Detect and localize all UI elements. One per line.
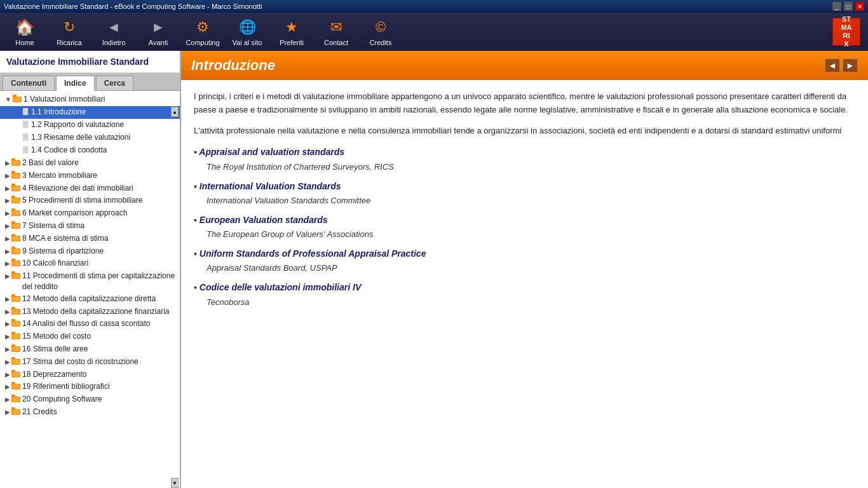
toc-item[interactable]: ▶13 Metodo della capitalizzazione finanz…	[0, 306, 180, 318]
toc-item[interactable]: ▶18 Deprezzamento	[0, 369, 180, 381]
toc-item-label: 18 Deprezzamento	[22, 369, 86, 380]
nav-prev-button[interactable]: ◄	[825, 58, 840, 72]
toc-item[interactable]: 1.4 Codice di condotta	[0, 144, 180, 157]
close-button[interactable]: ✕	[855, 2, 864, 11]
folder-icon	[11, 370, 20, 381]
computing-button[interactable]: ⚙ Computing	[180, 14, 225, 50]
expand-icon[interactable]: ▶	[5, 234, 10, 243]
svg-rect-68	[11, 370, 15, 372]
toc-item[interactable]: ▶20 Computing Software	[0, 393, 180, 406]
expand-icon[interactable]: ▶	[5, 159, 10, 168]
expand-icon[interactable]: ▶	[5, 172, 10, 180]
toc-item[interactable]: ▶21 Credits	[0, 406, 180, 419]
standard-3: European Valuation standards The Europea…	[194, 213, 855, 241]
toc-item[interactable]: ▶14 Analisi del flusso di cassa scontato	[0, 318, 180, 330]
toc-item[interactable]: ▶7 Sistema di stima	[0, 220, 180, 233]
folder-icon	[11, 357, 20, 368]
toc-item[interactable]: ▶6 Market comparison approach	[0, 207, 180, 220]
left-panel: ▲ Valutazione Immobiliare Standard Conte…	[0, 51, 181, 488]
nav-next-button[interactable]: ►	[843, 58, 858, 72]
expand-icon[interactable]: ▶	[5, 209, 10, 218]
toc-item[interactable]: ▶3 Mercato immobiliare	[0, 170, 180, 182]
mail-icon: ✉	[326, 17, 346, 37]
toc-item-label: 6 Market comparison approach	[22, 208, 127, 219]
ricarica-button[interactable]: ↻ Ricarica	[47, 14, 92, 50]
svg-rect-59	[11, 332, 15, 334]
expand-icon[interactable]: ▶	[5, 247, 10, 256]
expand-icon[interactable]: ▶	[5, 295, 10, 304]
expand-icon[interactable]: ▶	[5, 184, 10, 193]
main-layout: ▲ Valutazione Immobiliare Standard Conte…	[0, 51, 868, 488]
expand-icon[interactable]: ▶	[5, 383, 10, 391]
toc-item-label: 8 MCA e sistema di stima	[22, 233, 108, 244]
home-button[interactable]: 🏠 Home	[3, 14, 47, 50]
toc-item[interactable]: ▶17 Stima del costo di ricostruzione	[0, 356, 180, 369]
expand-icon[interactable]: ▼	[5, 95, 11, 104]
tab-bar: Contenuti Indice Cerca	[0, 73, 180, 91]
standard-5-sub: Tecnoborsa	[194, 296, 855, 309]
indietro-button[interactable]: ◄ Indietro	[92, 14, 136, 50]
toc-item[interactable]: ▶5 Procedimenti di stima immobiliare	[0, 194, 180, 207]
toc-item-label: 1 Valutazioni immobiliari	[24, 94, 105, 105]
tab-cerca[interactable]: Cerca	[96, 76, 133, 90]
toc-item[interactable]: ▶11 Procedimenti di stima per capitalizz…	[0, 270, 180, 293]
standard-2: International Valuation Standards Intern…	[194, 179, 855, 208]
svg-rect-51	[12, 297, 20, 301]
expand-icon[interactable]: ▶	[5, 222, 10, 231]
vai-al-sito-button[interactable]: 🌐 Vai al sito	[225, 14, 269, 50]
contact-button[interactable]: ✉ Contact	[314, 14, 358, 50]
toc-item[interactable]: ▶16 Stima delle aree	[0, 343, 180, 356]
toc-item[interactable]: 1.1 Introduzione	[0, 106, 180, 119]
toc-item[interactable]: 1.2 Rapporto di valutazione	[0, 119, 180, 132]
toc-scroll-up[interactable]: ▲	[171, 107, 179, 117]
content-body[interactable]: I principi, i criteri e i metodi di valu…	[181, 80, 868, 488]
expand-icon[interactable]: ▶	[5, 320, 10, 329]
folder-icon	[11, 395, 20, 405]
toc-item-label: 1.4 Codice di condotta	[31, 145, 107, 156]
expand-icon[interactable]: ▶	[5, 332, 10, 341]
panel-title: Valutazione Immobiliare Standard	[0, 51, 180, 73]
toc-item[interactable]: ▶10 Calcoli finanziari	[0, 257, 180, 270]
minimize-button[interactable]: _	[832, 2, 841, 11]
ricarica-label: Ricarica	[57, 39, 82, 46]
standard-4: Uniform Standards of Professional Apprai…	[194, 247, 855, 275]
toc-container[interactable]: ▼1 Valutazioni immobiliari1.1 Introduzio…	[0, 91, 180, 488]
toc-scroll-down[interactable]: ▼	[171, 478, 179, 488]
expand-icon[interactable]: ▶	[5, 272, 10, 281]
tab-contenuti[interactable]: Contenuti	[3, 76, 55, 90]
expand-icon[interactable]: ▶	[5, 395, 10, 404]
tab-indice[interactable]: Indice	[56, 76, 95, 91]
avanti-button[interactable]: ► Avanti	[136, 14, 180, 50]
toc-item-label: 15 Metodo del costo	[22, 331, 91, 342]
toc-item[interactable]: ▶15 Metodo del costo	[0, 330, 180, 343]
svg-rect-69	[12, 372, 20, 377]
window-controls[interactable]: _ □ ✕	[832, 2, 864, 11]
toc-item[interactable]: ▶8 MCA e sistema di stima	[0, 233, 180, 245]
toc-item[interactable]: ▶2 Basi del valore	[0, 157, 180, 170]
intro-paragraph-2: L'attività professionale nella valutazio…	[194, 125, 855, 138]
expand-icon[interactable]: ▶	[5, 370, 10, 379]
svg-rect-60	[12, 334, 20, 339]
content-header: Introduzione ◄ ►	[181, 51, 868, 80]
expand-icon[interactable]: ▶	[5, 345, 10, 354]
expand-icon[interactable]: ▶	[5, 308, 10, 316]
standard-4-title: Uniform Standards of Professional Apprai…	[194, 247, 855, 261]
toc-item[interactable]: ▼1 Valutazioni immobiliari	[0, 93, 180, 106]
toc-item[interactable]: ▶19 Riferimenti bibliografici	[0, 381, 180, 393]
expand-icon[interactable]: ▶	[5, 358, 10, 367]
maximize-button[interactable]: □	[844, 2, 853, 11]
toc-item[interactable]: 1.3 Riesame delle valutazioni	[0, 132, 180, 144]
toc-item-label: 2 Basi del valore	[22, 158, 79, 168]
svg-rect-32	[11, 208, 15, 211]
toc-item[interactable]: ▶12 Metodo della capitalizzazione dirett…	[0, 293, 180, 306]
svg-rect-23	[11, 171, 15, 173]
expand-icon[interactable]: ▶	[5, 196, 10, 205]
preferiti-button[interactable]: ★ Preferiti	[269, 14, 314, 50]
folder-icon	[11, 196, 20, 207]
expand-icon[interactable]: ▶	[5, 259, 10, 268]
expand-icon[interactable]: ▶	[5, 408, 10, 417]
toc-item[interactable]: ▶4 Rilevazione dei dati immobiliari	[0, 182, 180, 195]
computing-icon: ⚙	[193, 17, 213, 37]
toc-item[interactable]: ▶9 Sistema di ripartizione	[0, 245, 180, 258]
credits-button[interactable]: © Credits	[358, 14, 403, 50]
